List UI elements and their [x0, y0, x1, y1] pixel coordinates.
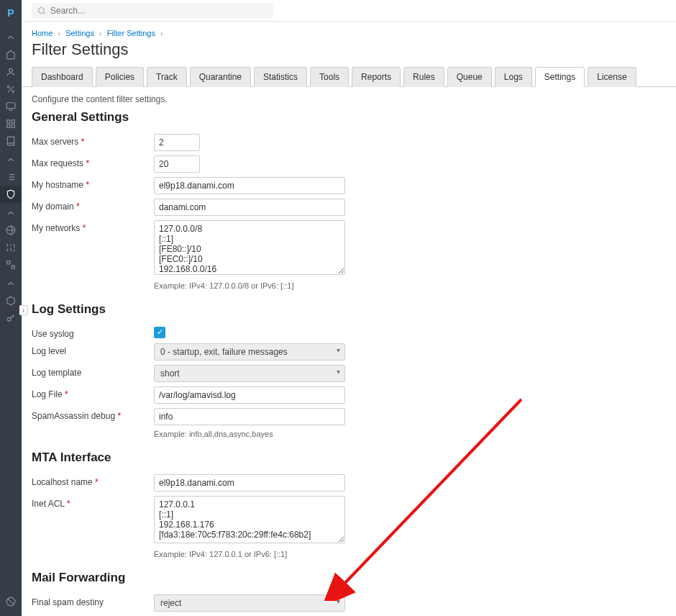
grid-icon[interactable]: [0, 115, 22, 132]
home-icon[interactable]: [0, 46, 22, 63]
localhost-name-input[interactable]: [154, 474, 345, 492]
max-requests-input[interactable]: [154, 155, 200, 173]
tab-quarantine[interactable]: Quarantine: [190, 67, 251, 87]
my-domain-input[interactable]: [154, 199, 345, 216]
svg-line-26: [43, 12, 45, 14]
my-hostname-input[interactable]: [154, 177, 345, 194]
svg-rect-20: [7, 261, 10, 264]
tab-policies[interactable]: Policies: [96, 67, 144, 87]
svg-rect-7: [12, 120, 14, 123]
topbar: [22, 0, 676, 22]
key-icon[interactable]: [0, 309, 22, 327]
search-box[interactable]: [32, 3, 273, 19]
sliders-icon[interactable]: [0, 239, 22, 256]
chevron-up-icon[interactable]: [0, 275, 22, 292]
heading-log-settings: Log Settings: [32, 302, 666, 317]
tab-license[interactable]: License: [588, 67, 636, 87]
monitor-icon[interactable]: [0, 98, 22, 115]
tab-reports[interactable]: Reports: [352, 67, 401, 87]
sa-debug-hint: Example: info,all,dns,async,bayes: [154, 430, 345, 438]
log-level-select[interactable]: 0 - startup, exit, failure messages: [154, 343, 345, 361]
logo[interactable]: P: [4, 6, 18, 20]
label-my-hostname: My hostname *: [32, 177, 154, 190]
label-localhost-name: Localhost name *: [32, 474, 154, 487]
label-log-file: Log File *: [32, 386, 154, 399]
breadcrumb-settings[interactable]: Settings: [65, 29, 94, 37]
my-networks-hint: Example: IPv4: 127.0.0.0/8 or IPv6: [::1…: [154, 281, 345, 290]
label-max-requests: Max requests *: [32, 155, 154, 168]
label-max-servers: Max servers *: [32, 134, 154, 147]
svg-rect-4: [6, 103, 15, 109]
label-my-domain: My domain *: [32, 199, 154, 212]
use-syslog-checkbox[interactable]: ✓: [154, 327, 165, 338]
ban-icon[interactable]: [0, 593, 22, 610]
tab-dashboard[interactable]: Dashboard: [32, 67, 93, 87]
tabs: Dashboard Policies Track Quarantine Stat…: [22, 66, 676, 87]
shield-icon[interactable]: [0, 186, 22, 203]
blocks-icon[interactable]: [0, 256, 22, 273]
label-log-level: Log level: [32, 343, 154, 356]
chevron-up-icon[interactable]: [0, 151, 22, 168]
svg-point-0: [9, 68, 13, 72]
tab-tools[interactable]: Tools: [310, 67, 349, 87]
label-my-networks: My networks *: [32, 220, 154, 233]
svg-point-25: [39, 7, 45, 13]
breadcrumb-home[interactable]: Home: [32, 29, 52, 37]
search-input[interactable]: [50, 6, 268, 16]
label-inet-acl: Inet ACL *: [32, 496, 154, 509]
heading-general-settings: General Settings: [32, 110, 666, 124]
svg-rect-6: [7, 120, 10, 123]
chevron-up-icon[interactable]: [0, 29, 22, 46]
search-icon: [37, 6, 46, 15]
svg-point-3: [12, 91, 14, 93]
sa-debug-input[interactable]: [154, 408, 345, 425]
svg-point-22: [7, 317, 11, 321]
log-template-select[interactable]: short: [154, 365, 345, 382]
heading-mail-forwarding: Mail Forwarding: [32, 571, 666, 585]
breadcrumb: Home › Settings › Filter Settings ›: [22, 22, 676, 40]
user-icon[interactable]: [0, 63, 22, 81]
svg-point-2: [7, 86, 9, 88]
breadcrumb-filter-settings[interactable]: Filter Settings: [107, 29, 155, 37]
tab-rules[interactable]: Rules: [403, 67, 444, 87]
svg-line-24: [8, 599, 14, 604]
tab-queue[interactable]: Queue: [447, 67, 492, 87]
percent-icon[interactable]: [0, 81, 22, 98]
heading-mta-interface: MTA Interface: [32, 450, 666, 465]
label-final-spam-destiny: Final spam destiny: [32, 594, 154, 607]
chevron-up-icon[interactable]: [0, 204, 22, 222]
tab-track[interactable]: Track: [147, 67, 187, 87]
my-networks-textarea[interactable]: [154, 220, 345, 275]
log-file-input[interactable]: [154, 386, 345, 404]
globe-icon[interactable]: [0, 222, 22, 239]
package-icon[interactable]: [0, 292, 22, 309]
inet-acl-hint: Example: IPv4: 127.0.0.1 or IPv6: [::1]: [154, 550, 345, 558]
page-title: Filter Settings: [22, 40, 676, 66]
tab-statistics[interactable]: Statistics: [254, 67, 307, 87]
label-use-syslog: Use syslog: [32, 326, 154, 339]
label-log-template: Log template: [32, 365, 154, 378]
max-servers-input[interactable]: [154, 134, 200, 151]
svg-rect-21: [12, 266, 14, 268]
svg-rect-9: [7, 124, 10, 127]
svg-line-1: [8, 86, 14, 92]
tab-logs[interactable]: Logs: [495, 67, 532, 87]
list-icon[interactable]: [0, 168, 22, 186]
svg-rect-8: [12, 124, 14, 127]
section-description: Configure the content filter settings.: [32, 94, 666, 104]
label-sa-debug: SpamAssassin debug *: [32, 408, 154, 421]
sidebar: P ›: [0, 0, 22, 616]
final-spam-destiny-select[interactable]: reject: [154, 594, 345, 612]
book-icon[interactable]: [0, 132, 22, 150]
inet-acl-textarea[interactable]: [154, 496, 345, 543]
tab-settings[interactable]: Settings: [535, 67, 585, 87]
